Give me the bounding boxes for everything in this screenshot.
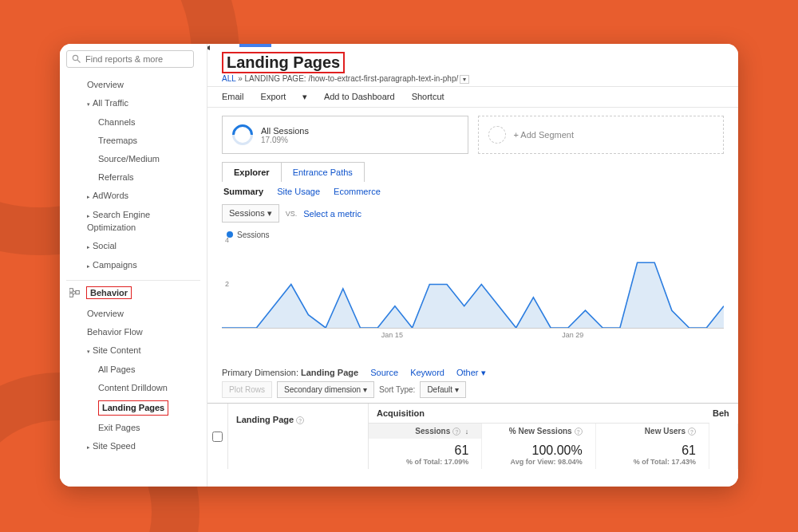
- col-sessions[interactable]: Sessions? ↓: [369, 424, 482, 439]
- svg-rect-3: [69, 294, 73, 297]
- add-dashboard-link[interactable]: Add to Dashboard: [324, 92, 395, 101]
- nav-sitecontent[interactable]: Site Content: [66, 341, 200, 361]
- breadcrumb-all[interactable]: ALL: [222, 74, 235, 83]
- svg-line-6: [73, 293, 76, 296]
- tab-indicator: [239, 44, 271, 47]
- nav-referrals[interactable]: Referrals: [66, 168, 200, 187]
- col-landing-page: Landing Page?: [228, 404, 369, 469]
- table-row: 61% of Total: 17.09% 100.00%Avg for View…: [369, 439, 738, 469]
- dim-landing[interactable]: Landing Page: [301, 368, 358, 377]
- dim-keyword[interactable]: Keyword: [410, 368, 444, 377]
- segment-ring-icon: [228, 120, 258, 150]
- dimension-row: Primary Dimension: Landing Page Source K…: [222, 368, 724, 378]
- chart-svg: [222, 241, 724, 328]
- secondary-dim-dropdown[interactable]: Secondary dimension ▾: [277, 381, 374, 398]
- col-acquisition: Acquisition: [369, 404, 709, 424]
- tab-entrance[interactable]: Entrance Paths: [282, 163, 364, 182]
- nav-landingpages[interactable]: Landing Pages: [66, 397, 200, 419]
- search-box[interactable]: [66, 50, 194, 68]
- dim-controls: Plot Rows Secondary dimension ▾ Sort Typ…: [222, 381, 724, 398]
- main: ◂ Landing Pages ALL » LANDING PAGE: /how…: [207, 44, 738, 487]
- dim-other[interactable]: Other ▾: [456, 368, 486, 377]
- metric-selector: Sessions ▾ VS. Select a metric: [222, 204, 724, 223]
- breadcrumb-dropdown[interactable]: ▾: [460, 75, 469, 84]
- nav-social[interactable]: Social: [66, 237, 200, 256]
- help-icon[interactable]: ?: [688, 428, 696, 435]
- nav-adwords[interactable]: AdWords: [66, 187, 200, 206]
- sublink-ecommerce[interactable]: Ecommerce: [334, 187, 381, 196]
- segment-allsessions[interactable]: All Sessions 17.09%: [222, 116, 468, 154]
- nav-allpages[interactable]: All Pages: [66, 361, 200, 379]
- help-icon[interactable]: ?: [575, 428, 583, 435]
- help-icon[interactable]: ?: [452, 428, 460, 435]
- add-circle-icon: [488, 126, 506, 144]
- collapse-icon[interactable]: ◂: [207, 44, 210, 53]
- sublink-summary[interactable]: Summary: [223, 187, 263, 196]
- sidebar: Overview All Traffic Channels Treemaps S…: [60, 44, 207, 487]
- svg-point-0: [73, 55, 77, 60]
- chart-legend: Sessions: [227, 231, 724, 239]
- breadcrumb-page: /how-to-extract-first-paragraph-text-in-…: [308, 74, 458, 83]
- export-link[interactable]: Export ▾: [261, 92, 308, 101]
- col-behavior: Beh: [709, 404, 738, 424]
- sort-dropdown[interactable]: Default ▾: [420, 381, 465, 398]
- segment-title: All Sessions: [261, 126, 309, 136]
- checkbox-all[interactable]: [207, 404, 228, 469]
- nav-exitpages[interactable]: Exit Pages: [66, 419, 200, 437]
- metric-dropdown[interactable]: Sessions ▾: [222, 204, 279, 223]
- search-input[interactable]: [85, 54, 181, 64]
- svg-line-5: [73, 290, 76, 293]
- col-newusers[interactable]: New Users?: [596, 424, 709, 439]
- nav-behaviorflow[interactable]: Behavior Flow: [66, 323, 200, 341]
- nav-channels[interactable]: Channels: [66, 113, 200, 132]
- dim-source[interactable]: Source: [370, 368, 398, 377]
- nav-treemaps[interactable]: Treemaps: [66, 132, 200, 150]
- segment-pct: 17.09%: [261, 136, 309, 144]
- search-icon: [72, 54, 81, 64]
- nav-overview2[interactable]: Overview: [66, 305, 200, 323]
- shortcut-link[interactable]: Shortcut: [412, 92, 444, 101]
- segment-add[interactable]: + Add Segment: [478, 116, 725, 154]
- email-link[interactable]: Email: [222, 92, 244, 101]
- behavior-icon: [69, 288, 81, 298]
- nav-contentdrill[interactable]: Content Drilldown: [66, 379, 200, 397]
- svg-rect-4: [76, 290, 79, 294]
- page-title: Landing Pages: [222, 52, 345, 73]
- nav-campaigns[interactable]: Campaigns: [66, 256, 200, 275]
- sublink-siteusage[interactable]: Site Usage: [277, 187, 320, 196]
- svg-rect-2: [69, 289, 73, 292]
- toolbar: Email Export ▾ Add to Dashboard Shortcut: [207, 86, 738, 108]
- data-table: Landing Page? Acquisition Beh Sessions? …: [207, 403, 738, 469]
- plot-rows-btn: Plot Rows: [222, 381, 272, 398]
- nav-alltraffic[interactable]: All Traffic: [66, 94, 200, 113]
- report-tabs: Explorer Entrance Paths: [222, 162, 365, 182]
- nav-seo[interactable]: Search Engine Optimization: [66, 206, 200, 237]
- sort-arrow-icon: ↓: [465, 428, 469, 435]
- nav-behavior-section[interactable]: Behavior: [66, 280, 200, 305]
- breadcrumb: ALL » LANDING PAGE: /how-to-extract-firs…: [222, 74, 738, 83]
- help-icon[interactable]: ?: [296, 416, 304, 424]
- svg-line-1: [77, 60, 80, 62]
- tab-explorer[interactable]: Explorer: [223, 163, 282, 182]
- sublinks: Summary Site Usage Ecommerce: [223, 187, 738, 196]
- col-newsess[interactable]: % New Sessions?: [482, 424, 595, 439]
- nav-overview[interactable]: Overview: [66, 76, 200, 94]
- select-metric-link[interactable]: Select a metric: [303, 209, 361, 219]
- behavior-label: Behavior: [86, 286, 132, 299]
- chart-canvas[interactable]: 24Jan 15Jan 29: [222, 241, 724, 329]
- nav-sitespeed[interactable]: Site Speed: [66, 437, 200, 456]
- segment-row: All Sessions 17.09% + Add Segment: [207, 108, 738, 154]
- nav-sourcemedium[interactable]: Source/Medium: [66, 150, 200, 168]
- chart-area: Sessions 24Jan 15Jan 29: [207, 226, 738, 345]
